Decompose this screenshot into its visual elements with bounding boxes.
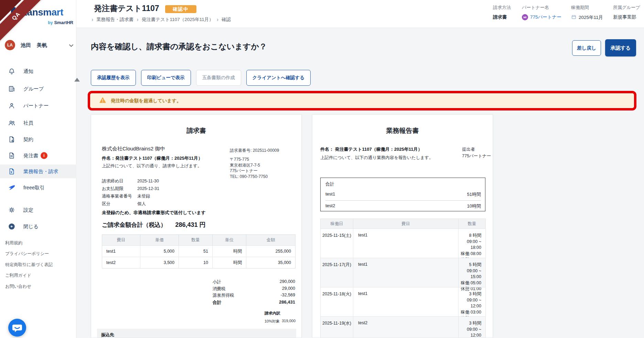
link-contact[interactable]: お問い合わせ [5,284,31,289]
svg-text:¥: ¥ [11,170,12,174]
lansmart-logo-icon [10,6,20,20]
report-table-header: 稼働日 費目 数量 [321,219,485,229]
people-icon [8,119,15,127]
partner-avatar: MI [522,14,528,20]
quantity-cell: 8 時間09:00 ~ 18:00 稼働 08:00休憩 01:00 [458,229,485,258]
sidebar-toggle-handle[interactable] [74,78,80,82]
breadcrumb-item[interactable]: 業務報告・請求書 [96,17,133,23]
meta-partner-name: パートナー名 MI 775パートナー [522,4,549,11]
table-row: test2 3,500 10 時間 35,000 [102,257,295,268]
confirm-with-client-button[interactable]: クライアントへ確認する [246,70,311,86]
table-row: test1 5,000 51 時間 255,000 [102,245,295,257]
warning-text: 発注時の金額を超過しています。 [111,98,181,104]
work-report-table: 稼働日 費目 数量 2025-11-15(土) test1 8 時間09:00 … [320,219,486,338]
sidebar: Lansmart bySmartHR LA 池田 美帆 通知 [0,0,76,338]
invoice-intro: 上記件について、以下の通り、請求申し上げます。 [102,163,202,169]
divider [325,200,481,201]
user-name: 池田 美帆 [21,42,47,49]
approve-button[interactable]: 承認する [605,39,636,56]
report-title: 業務報告書 [312,126,493,135]
meta-work-period: 稼働期間 2025年11月 [571,4,589,11]
subtotal-row: 小計290,000 [213,279,295,286]
warning-triangle-icon [99,97,106,105]
brand-byline: bySmartHR [0,20,73,25]
chevron-down-icon [69,43,74,49]
brand-wordmark: Lansmart [21,7,63,18]
work-report-document: 業務報告書 件名： 発注書テスト1107（稼働月：2025年11月） 上記件につ… [312,114,493,338]
calendar-icon [571,14,577,21]
sidebar-item-employees[interactable]: 社員 [0,116,76,130]
sidebar-item-notifications[interactable]: 通知 [0,64,76,78]
link-privacy-policy[interactable]: プライバシーポリシー [5,251,49,257]
confirmation-question: 内容を確認し、請求書の承認をおこないますか？ [91,41,267,52]
total-row: 合計286,431 [213,299,295,306]
user-avatar: LA [5,40,15,50]
sidebar-item-partners[interactable]: パートナー [0,99,76,113]
user-menu[interactable]: LA 池田 美帆 [0,37,76,53]
quantity-cell: 3 時間09:00 ~ 12:00 稼働 03:00休憩 00:00 [458,316,485,338]
bank-transfer-label: 振込先 [101,332,114,338]
billing-breakdown-row: 10%対象319,000 [265,319,296,324]
invoice-detail-list: 請求締め日2025-11-30 お支払期限2025-12-31 適格事業者番号未… [102,177,159,208]
invoice-subject: 件名：発注書テスト1107（稼働月：2025年11月） [102,155,203,161]
invoice-title: 請求書 [91,126,301,135]
chevron-right-icon: › [92,17,93,22]
page-title: 発注書テスト1107 [94,3,159,14]
withholding-tax-row: 源泉所得税-32,569 [213,293,295,299]
invoice-detail-row: 請求締め日2025-11-30 [102,177,159,185]
report-summary-box: 合計 test151時間 test210時間 [320,178,485,211]
quantity-cell: 5 時間09:00 ~ 15:00 稼働 05:00休憩 01:00 [458,258,485,287]
sidebar-item-settings[interactable]: 設定 [0,203,76,217]
chevron-right-icon: › [217,17,218,22]
sidebar-item-freee[interactable]: freee取引 [0,181,76,194]
invoice-sender-address: 〒775-775 東京都港区7-7-5 775パートナー TEL: 090-77… [230,157,268,179]
toolbar: 承認履歴を表示 印刷ビューで表示 五条書類の作成 クライアントへ確認する [91,70,311,86]
status-badge: 確認中 [165,5,196,13]
building-icon [8,85,15,93]
chevron-right-icon: › [137,17,138,22]
document-yen-icon: ¥ [8,168,15,175]
table-row: 2025-11-15(土) test1 8 時間09:00 ~ 18:00 稼働… [321,229,485,258]
alert-badge: i [41,152,47,159]
invoice-recipient: 株式会社CloudBrains2 御中 [102,146,165,152]
invoice-detail-row: 適格事業者番号未登録 [102,192,159,200]
sidebar-item-groups[interactable]: グループ [0,82,76,96]
report-intro: 上記件について、以下の通り業務内容を報告いたします。 [320,155,433,161]
invoice-totals: 小計290,000 消費税29,000 源泉所得税-32,569 合計286,4… [213,279,295,306]
sidebar-item-contracts[interactable]: 契約 [0,133,76,146]
link-commercial-law[interactable]: 特定商取引に基づく表記 [5,262,53,268]
app-root: Lansmart bySmartHR LA 池田 美帆 通知 [0,0,644,338]
breadcrumb-item[interactable]: 発注書テスト1107（2025年11月） [142,17,214,23]
partner-link[interactable]: 775パートナー [530,14,561,20]
show-approval-history-button[interactable]: 承認履歴を表示 [91,70,136,86]
link-terms[interactable]: 利用規約 [5,240,22,246]
sidebar-item-purchase-orders[interactable]: 発注書 i [0,149,76,162]
summary-row: test151時間 [325,191,481,198]
report-subject: 件名： 発注書テスト1107（稼働月：2025年11月） [320,146,422,152]
meta-billing-method: 請求方法 請求書 [493,4,511,11]
table-row: 2025-11-18(火) test1 3 時間09:00 ~ 12:00 稼働… [321,287,485,316]
sidebar-item-collapse[interactable]: 閉じる [0,220,76,233]
summary-row: test210時間 [325,203,481,209]
tax-row: 消費税29,000 [213,286,295,293]
bell-icon [8,67,15,75]
reject-button[interactable]: 差し戻し [572,40,601,56]
invoice-table-header: 費目 単価 数量 単位 金額 [102,235,295,245]
freee-icon [8,184,15,191]
chat-launcher-button[interactable] [8,319,26,337]
invoice-unqualified-note: 未登録のため、非適格請求書形式で送付しています [102,210,206,216]
invoice-document: 請求書 株式会社CloudBrains2 御中 件名：発注書テスト1107（稼働… [91,114,302,338]
link-user-guide[interactable]: ご利用ガイド [5,273,31,278]
meta-group: 所属グループ 新規事業部 [613,4,640,11]
bank-transfer-section: 振込先 [97,329,296,338]
sidebar-item-work-reports-invoices[interactable]: ¥ 業務報告・請求 [0,165,76,178]
print-view-button[interactable]: 印刷ビューで表示 [141,70,191,86]
breadcrumb: › 業務報告・請求書 › 発注書テスト1107（2025年11月） › 確認 [92,17,231,23]
invoice-detail-row: お支払期限2025-12-31 [102,185,159,192]
invoice-items-table: 費目 単価 数量 単位 金額 test1 5,000 51 時間 255,000… [102,234,296,268]
person-icon [8,102,15,109]
document-icon [8,152,15,159]
billing-breakdown-title: 請求内訳 [265,311,280,316]
arrow-left-circle-icon [8,223,15,230]
report-submitter: 提出者 775パートナー [462,146,491,159]
